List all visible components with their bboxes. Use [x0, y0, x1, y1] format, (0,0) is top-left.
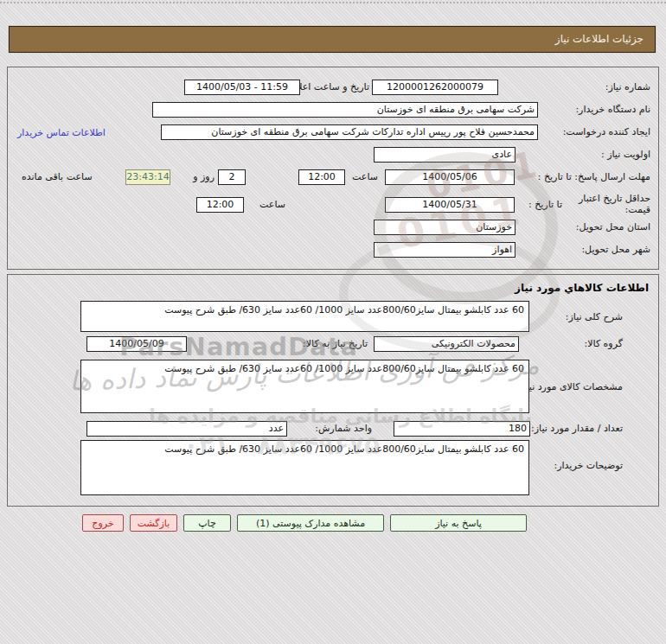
buyer-notes-label: توضیحات خریدار: — [554, 459, 624, 473]
need-info-panel — [7, 67, 659, 270]
delivery-city-label: شهر محل تحویل: — [581, 243, 650, 257]
unit-field[interactable]: عدد — [86, 421, 287, 437]
price-validity-date-field[interactable]: 1400/05/31 — [385, 197, 515, 213]
reply-deadline-date-field[interactable]: 1400/05/06 — [385, 169, 515, 185]
request-creator-field[interactable]: محمدحسین فلاح پور رییس اداره تدارکات شرک… — [161, 124, 538, 140]
reply-hour-field[interactable]: 12:00 — [298, 169, 345, 185]
reply-hour-label: ساعت — [352, 170, 378, 184]
announce-datetime-field[interactable]: 1400/05/03 - 11:59 — [184, 80, 300, 95]
reply-deadline-label: مهلت ارسال پاسخ: تا تاریخ : — [538, 170, 650, 184]
goods-spec-label: مشخصات کالای مورد نیاز: — [518, 380, 623, 394]
until-date-label: تا تاریخ : — [528, 198, 562, 212]
goods-section-title: اطلاعات کالاهاي مورد نياز — [515, 282, 649, 294]
request-creator-label: ایجاد کننده درخواست: — [563, 125, 650, 139]
need-number-label: شماره نیاز: — [605, 80, 650, 94]
unit-label: واحد شمارش: — [315, 422, 372, 436]
general-desc-label: شرح کلی نیاز: — [566, 310, 623, 324]
page-title-bar: جزئیات اطلاعات نیاز — [9, 26, 656, 53]
priority-label: اولویت نیاز : — [601, 148, 650, 162]
buyer-contact-link[interactable]: اطلاعات تماس خریدار — [17, 126, 106, 140]
page: جزئیات اطلاعات نیاز شماره نیاز: 12000012… — [0, 0, 666, 644]
goods-group-label: گروه کالا: — [585, 337, 623, 351]
quantity-field[interactable]: 180 — [394, 421, 530, 437]
need-date-field[interactable]: 1400/05/09 — [86, 336, 187, 352]
buyer-org-label: نام دستگاه خریدار: — [575, 103, 650, 117]
price-validity-hour-field[interactable]: 12:00 — [196, 197, 244, 213]
exit-button[interactable]: خروج — [82, 514, 124, 532]
goods-group-field[interactable]: محصولات الکترونیکی — [374, 336, 519, 352]
buyer-org-field[interactable]: شرکت سهامی برق منطقه ای خوزستان — [152, 102, 538, 118]
need-date-label: تاریخ نیاز به کالا: — [303, 337, 368, 351]
price-validity-label: حداقل تاریخ اعتبار قیمت: — [568, 193, 650, 215]
print-button[interactable]: چاپ — [183, 514, 231, 532]
general-desc-textarea[interactable]: 60 عدد کابلشو بیمتال سایز800/60عدد سایز … — [80, 301, 529, 332]
countdown-timer: 23:43:14 — [125, 169, 170, 185]
buyer-notes-textarea[interactable]: 60 عدد کابلشو بیمتال سایز800/60عدد سایز … — [80, 440, 529, 495]
top-dotted-divider — [0, 2, 666, 3]
delivery-province-label: استان محل تحویل: — [576, 220, 650, 234]
delivery-city-field[interactable]: اهواز — [374, 242, 516, 258]
days-and-label: روز و — [193, 170, 215, 184]
priority-field[interactable]: عادی — [374, 147, 516, 163]
price-validity-hour-label: ساعت — [259, 198, 285, 212]
back-button[interactable]: بازگشت — [130, 514, 177, 532]
view-attached-docs-button[interactable]: مشاهده مدارک پیوستی (1) — [237, 514, 384, 532]
hours-remaining-label: ساعت باقی مانده — [22, 170, 93, 184]
goods-spec-textarea[interactable]: 60 عدد کابلشو بیمتال سایز800/60عدد سایز … — [80, 360, 529, 413]
respond-to-need-button[interactable]: پاسخ به نیاز — [390, 514, 527, 532]
days-remaining-field[interactable]: 2 — [218, 169, 246, 185]
need-number-field[interactable]: 1200001262000079 — [372, 80, 498, 95]
delivery-province-field[interactable]: خوزستان — [374, 220, 516, 235]
quantity-label: تعداد / مقدار مورد نیاز: — [531, 422, 623, 436]
